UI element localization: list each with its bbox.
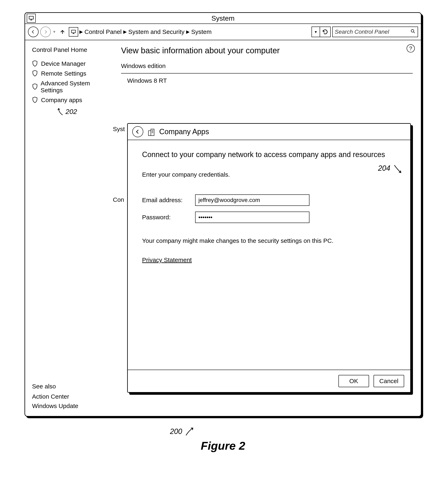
sidebar-item-company-apps[interactable]: Company apps (32, 97, 109, 104)
window-title: System (211, 14, 235, 22)
shield-icon (32, 83, 38, 90)
chevron-right-icon: ▶ (123, 29, 127, 35)
svg-rect-3 (148, 131, 151, 136)
up-button[interactable] (58, 27, 67, 36)
shield-icon (32, 97, 38, 104)
system-icon (27, 14, 36, 23)
sidebar: Control Panel Home Device Manager Remote… (25, 40, 113, 416)
cancel-button[interactable]: Cancel (374, 375, 404, 387)
see-also-heading: See also (32, 383, 109, 390)
sidebar-item-advanced-settings[interactable]: Advanced System Settings (32, 80, 109, 94)
breadcrumb-item[interactable]: Control Panel (85, 28, 122, 35)
search-input[interactable]: Search Control Panel (332, 27, 418, 37)
search-placeholder: Search Control Panel (335, 29, 389, 35)
figure-label: Figure 2 (24, 439, 422, 452)
sidebar-item-remote-settings[interactable]: Remote Settings (32, 70, 109, 77)
breadcrumb: ▶ Control Panel ▶ System and Security ▶ … (79, 28, 311, 35)
page-heading: View basic information about your comput… (121, 46, 413, 55)
dialog-back-button[interactable] (132, 126, 143, 137)
shield-icon (32, 70, 38, 77)
windows-edition-value: Windows 8 RT (127, 77, 413, 84)
svg-rect-1 (71, 30, 75, 33)
help-icon[interactable]: ? (407, 44, 415, 53)
dialog-security-note: Your company might make changes to the s… (142, 237, 396, 244)
password-label: Password: (142, 214, 195, 221)
sidebar-home-link[interactable]: Control Panel Home (32, 46, 109, 53)
system-window: System ▼ ▶ Control Panel ▶ (24, 12, 422, 417)
dialog-footer: OK Cancel (128, 370, 410, 392)
building-icon (147, 127, 155, 136)
annotation-204: 204 (378, 164, 403, 174)
address-controls: ▾ (311, 27, 331, 37)
see-also-action-center[interactable]: Action Center (32, 393, 109, 400)
svg-point-2 (411, 29, 414, 32)
computer-icon (69, 27, 78, 36)
titlebar: System (25, 13, 421, 24)
company-apps-dialog: Company Apps Connect to your company net… (127, 123, 411, 393)
back-button[interactable] (28, 27, 39, 37)
toolbar: ▼ ▶ Control Panel ▶ System and Security … (25, 24, 421, 40)
history-dropdown-icon[interactable]: ▼ (52, 30, 56, 34)
dialog-body: Connect to your company network to acces… (128, 140, 410, 370)
sidebar-item-label: Advanced System Settings (41, 80, 109, 94)
chevron-right-icon: ▶ (79, 29, 83, 35)
truncated-text-con: Con (113, 196, 124, 203)
sidebar-item-label: Device Manager (41, 60, 86, 67)
dialog-titlebar: Company Apps (128, 124, 410, 140)
ok-button[interactable]: OK (338, 375, 369, 387)
address-bar[interactable]: ▶ Control Panel ▶ System and Security ▶ … (69, 27, 331, 37)
refresh-button[interactable] (320, 27, 330, 37)
search-icon (410, 29, 416, 35)
sidebar-item-label: Company apps (41, 97, 82, 104)
sidebar-item-device-manager[interactable]: Device Manager (32, 60, 109, 67)
svg-rect-0 (29, 16, 34, 19)
windows-edition-label: Windows edition (121, 62, 413, 70)
dialog-subheading: Enter your company credentials. (142, 171, 396, 178)
breadcrumb-item[interactable]: System (191, 28, 212, 35)
sidebar-item-label: Remote Settings (41, 70, 86, 77)
svg-rect-4 (151, 129, 154, 136)
forward-button[interactable] (40, 27, 51, 37)
privacy-statement-link[interactable]: Privacy Statement (142, 256, 396, 263)
shield-icon (32, 60, 38, 67)
dialog-heading: Connect to your company network to acces… (142, 150, 396, 159)
annotation-202: 202 (56, 108, 109, 116)
truncated-text-syst: Syst (113, 126, 125, 133)
divider (121, 73, 413, 73)
chevron-right-icon: ▶ (186, 29, 190, 35)
breadcrumb-item[interactable]: System and Security (128, 28, 185, 35)
address-dropdown-icon[interactable]: ▾ (312, 27, 320, 37)
annotation-200: 200 (170, 427, 194, 437)
password-field[interactable] (195, 212, 309, 223)
email-label: Email address: (142, 197, 195, 204)
email-field[interactable] (195, 194, 309, 206)
dialog-title: Company Apps (159, 127, 209, 136)
see-also-windows-update[interactable]: Windows Update (32, 402, 109, 410)
